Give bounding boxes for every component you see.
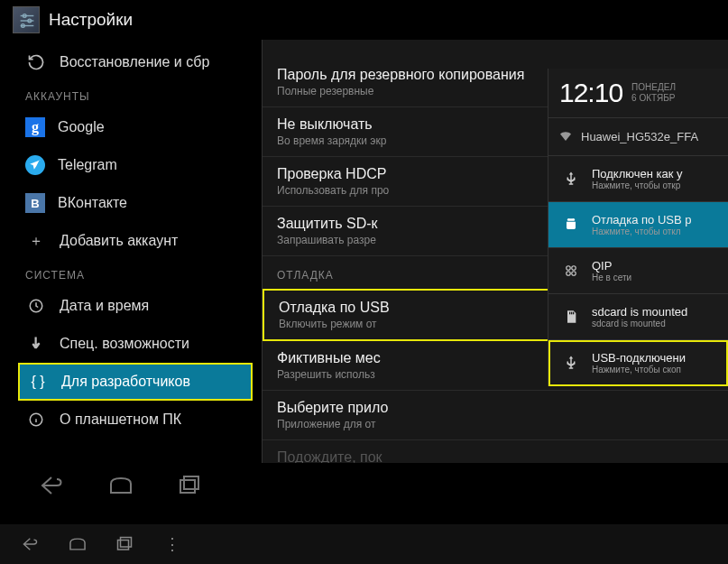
sidebar-label: Для разработчиков xyxy=(61,374,190,390)
recent-apps-button[interactable] xyxy=(173,469,206,502)
svg-point-16 xyxy=(572,272,576,276)
page-title: Настройки xyxy=(49,10,133,30)
wifi-quick-setting[interactable]: Huawei_HG532e_FFA xyxy=(548,118,728,156)
braces-icon: { } xyxy=(27,371,49,393)
notif-title: Подключен как у xyxy=(592,167,683,180)
telegram-icon xyxy=(25,155,45,175)
home-button[interactable] xyxy=(105,469,137,502)
vk-icon: B xyxy=(25,193,45,213)
svg-rect-18 xyxy=(571,312,572,315)
sidebar-item-accessibility[interactable]: Спец. возможности xyxy=(18,325,253,363)
svg-point-14 xyxy=(572,266,576,271)
notif-title: Отладка по USB р xyxy=(592,213,691,227)
settings-sidebar: Восстановление и сбр АККАУНТЫ g Google T… xyxy=(0,40,253,464)
hand-icon xyxy=(25,333,47,355)
sidebar-label: Добавить аккаунт xyxy=(60,233,178,249)
google-icon: g xyxy=(25,117,45,137)
svg-point-13 xyxy=(567,266,571,271)
settings-app-icon xyxy=(13,6,40,33)
notif-subtitle: Нажмите, чтобы скоп xyxy=(592,365,686,374)
option-title: Выберите прило xyxy=(277,400,714,416)
sidebar-label: Google xyxy=(58,119,105,135)
wifi-ssid: Huawei_HG532e_FFA xyxy=(581,130,698,143)
usb-icon xyxy=(558,165,585,192)
sidebar-label: ВКонтакте xyxy=(58,195,127,211)
notif-title: sdcard is mounted xyxy=(592,305,687,319)
clock-time: 12:10 xyxy=(559,78,622,108)
svg-rect-19 xyxy=(573,312,574,315)
svg-rect-17 xyxy=(569,312,570,315)
sidebar-item-restore[interactable]: Восстановление и сбр xyxy=(18,43,253,81)
restore-icon xyxy=(25,51,47,73)
notif-sdcard[interactable]: sdcard is mounted sdcard is mounted xyxy=(548,294,728,340)
svg-point-15 xyxy=(567,272,571,276)
sidebar-section-system: СИСТЕМА xyxy=(18,260,253,287)
sidebar-item-google[interactable]: g Google xyxy=(18,108,253,146)
sdcard-icon xyxy=(558,303,585,330)
sidebar-section-accounts: АККАУНТЫ xyxy=(18,81,253,108)
notif-title: QIP xyxy=(592,259,631,273)
taskbar-back-button[interactable] xyxy=(18,532,43,557)
sidebar-item-datetime[interactable]: Дата и время xyxy=(18,287,253,325)
svg-rect-12 xyxy=(567,218,575,221)
qip-icon xyxy=(558,257,585,284)
android-icon xyxy=(558,211,585,238)
notif-subtitle: Нажмите, чтобы откр xyxy=(592,180,683,190)
back-button[interactable] xyxy=(36,469,69,502)
notif-subtitle: Нажмите, чтобы откл xyxy=(592,227,691,236)
developer-options-panel: Пароль для резервного копирования Полные… xyxy=(262,40,728,464)
clock-date: ПОНЕДЕЛ 6 ОКТЯБР xyxy=(631,82,676,104)
notif-title: USB-подключени xyxy=(592,351,686,365)
sidebar-item-add-account[interactable]: ＋ Добавить аккаунт xyxy=(18,222,253,260)
notification-shade: 12:10 ПОНЕДЕЛ 6 ОКТЯБР Huawei_HG532e_FFA… xyxy=(548,69,728,386)
sidebar-label: Спец. возможности xyxy=(60,336,189,352)
clock-icon xyxy=(25,295,47,317)
usb-icon xyxy=(558,349,585,376)
svg-rect-21 xyxy=(184,476,198,489)
svg-rect-22 xyxy=(118,541,129,550)
option-subtitle: Приложение для от xyxy=(277,418,714,430)
android-navbar xyxy=(0,463,728,508)
option-wait-debugger[interactable]: Подождите, пок xyxy=(263,440,728,464)
sidebar-label: Дата и время xyxy=(60,298,149,314)
plus-icon: ＋ xyxy=(25,230,47,252)
wifi-icon xyxy=(558,127,574,146)
info-icon xyxy=(25,409,47,430)
sidebar-item-developer[interactable]: { } Для разработчиков xyxy=(18,363,253,401)
notif-qip[interactable]: QIP Не в сети xyxy=(548,248,728,294)
taskbar-recent-button[interactable] xyxy=(112,532,137,557)
sidebar-label: О планшетном ПК xyxy=(60,411,181,428)
svg-rect-23 xyxy=(121,538,132,548)
notif-usb-connected[interactable]: Подключен как у Нажмите, чтобы откр xyxy=(548,156,728,202)
taskbar-home-button[interactable] xyxy=(65,532,90,557)
notif-usb-debug[interactable]: Отладка по USB р Нажмите, чтобы откл xyxy=(548,202,728,248)
clock-row[interactable]: 12:10 ПОНЕДЕЛ 6 ОКТЯБР xyxy=(548,69,728,118)
notif-usb-connection[interactable]: USB-подключени Нажмите, чтобы скоп xyxy=(548,340,728,386)
notif-subtitle: Не в сети xyxy=(592,273,631,282)
title-bar: Настройки xyxy=(0,0,728,40)
sidebar-label: Telegram xyxy=(58,157,117,173)
sidebar-label: Восстановление и сбр xyxy=(60,54,209,70)
svg-rect-20 xyxy=(180,480,195,493)
option-select-app[interactable]: Выберите прило Приложение для от xyxy=(263,391,728,440)
taskbar-menu-button[interactable]: ⋮ xyxy=(159,532,184,557)
sidebar-item-telegram[interactable]: Telegram xyxy=(18,146,253,184)
option-title: Подождите, пок xyxy=(277,449,714,464)
sidebar-item-vk[interactable]: B ВКонтакте xyxy=(18,184,253,222)
sidebar-item-about[interactable]: О планшетном ПК xyxy=(18,401,253,439)
notif-subtitle: sdcard is mounted xyxy=(592,319,687,328)
host-taskbar: ⋮ xyxy=(0,524,728,564)
